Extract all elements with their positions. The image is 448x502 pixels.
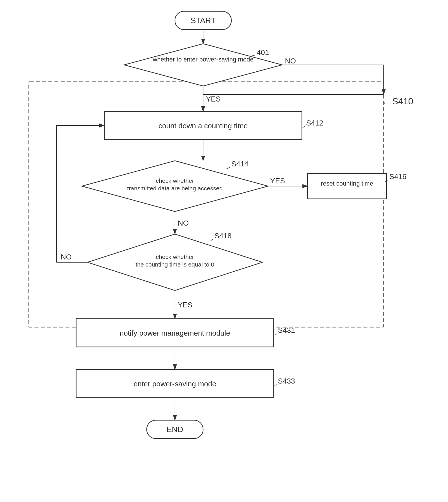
s416-label: S416: [389, 172, 407, 181]
s414-line2: transmitted data are being accessed: [127, 185, 223, 191]
yes-label-2: YES: [270, 177, 285, 185]
s414-label: S414: [231, 160, 249, 168]
yes-label-1: YES: [206, 95, 221, 103]
s410-label: S410: [392, 96, 413, 106]
s412-label: S412: [306, 119, 323, 127]
s416-line1: reset counting time: [321, 180, 373, 187]
diagram-container: S410 START whether to enter power-saving…: [0, 0, 448, 502]
s412-text: count down a counting time: [159, 122, 248, 130]
s431-label: S431: [278, 326, 295, 334]
no-label-1: NO: [285, 57, 296, 65]
label-401: 401: [257, 48, 269, 57]
decision1-line1: whether to enter power-saving mode: [152, 56, 253, 63]
s433-text: enter power-saving mode: [133, 380, 216, 388]
end-label: END: [166, 425, 183, 434]
start-label: START: [190, 16, 216, 25]
yes-label-3: YES: [178, 301, 192, 309]
s431-text: notify power management module: [120, 329, 230, 337]
s414-line1: check whether: [156, 177, 194, 184]
s433-label: S433: [278, 377, 295, 385]
s418-label: S418: [214, 232, 232, 240]
no-label-3: NO: [61, 253, 72, 261]
no-label-2: NO: [178, 219, 189, 227]
s418-line1: check whether: [156, 254, 194, 260]
s418-line2: the counting time is equal to 0: [135, 261, 214, 268]
